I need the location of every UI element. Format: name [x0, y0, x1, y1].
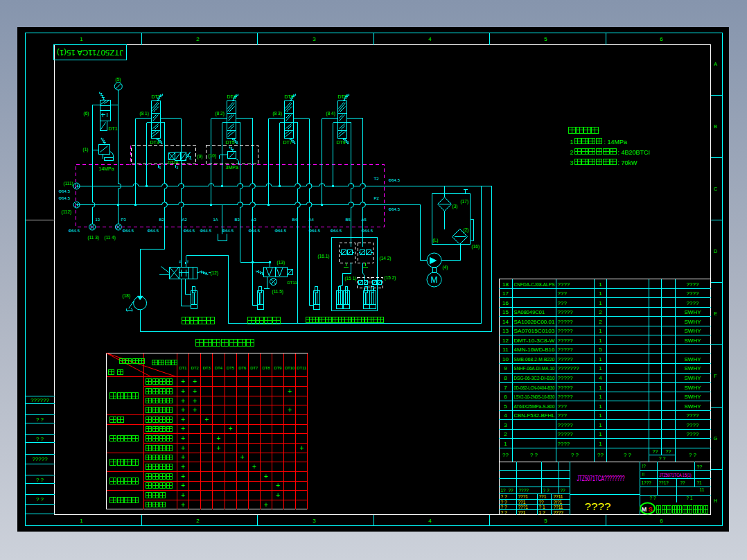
svg-text:A2: A2 [182, 218, 188, 222]
svg-text:(8 2): (8 2) [216, 111, 225, 116]
svg-text:S: S [648, 506, 652, 513]
svg-text:??: ?? [539, 500, 545, 505]
svg-text:+: + [193, 387, 197, 395]
svg-text:1: 1 [599, 412, 602, 419]
svg-text:11: 11 [502, 347, 509, 353]
svg-text:DT1: DT1 [109, 126, 118, 131]
svg-text:+: + [217, 435, 221, 442]
svg-text:??: ?? [509, 488, 514, 493]
svg-text:?????: ????? [558, 319, 574, 325]
svg-text:??1?: ??1? [659, 480, 669, 485]
svg-text:+: + [181, 473, 185, 480]
svg-text:1: 1 [599, 300, 602, 306]
svg-text:DT6: DT6 [238, 366, 246, 370]
svg-text:+: + [193, 378, 197, 385]
svg-text:DT7: DT7 [250, 366, 258, 370]
svg-text:H: H [714, 498, 717, 503]
svg-text:DT1: DT1 [179, 366, 187, 370]
svg-text:???1: ???1 [518, 494, 529, 499]
svg-text:?????: ????? [558, 375, 574, 381]
svg-text:5: 5 [599, 347, 602, 353]
svg-text:(L): (L) [433, 238, 439, 243]
svg-text:? ?: ? ? [650, 496, 656, 500]
svg-text:+: + [264, 473, 268, 480]
svg-text:+: + [181, 453, 185, 461]
svg-text:2: 2 [599, 309, 602, 315]
svg-text:??11: ??11 [554, 505, 563, 509]
svg-text:13: 13 [96, 218, 100, 222]
svg-text:+: + [181, 416, 185, 423]
svg-text:3: 3 [570, 159, 574, 166]
svg-text:Φ64.5: Φ64.5 [200, 229, 212, 233]
svg-text:+: + [193, 397, 197, 405]
svg-text:????: ???? [687, 412, 699, 419]
svg-text:3: 3 [504, 422, 507, 428]
svg-text:?????: ????? [558, 309, 574, 315]
svg-text:18: 18 [502, 281, 509, 288]
svg-text:P: P [179, 260, 182, 264]
svg-text:C: C [714, 186, 717, 191]
svg-text:(12): (12) [211, 270, 219, 276]
svg-text:DT4: DT4 [215, 366, 222, 370]
svg-text:Φ64.5: Φ64.5 [59, 189, 71, 193]
svg-text:10: 10 [502, 356, 509, 362]
svg-text:+: + [264, 501, 268, 509]
svg-text:? ?: ? ? [530, 452, 538, 458]
svg-text:Φ64.5: Φ64.5 [362, 229, 374, 233]
svg-text:+: + [181, 406, 185, 414]
svg-text:DT5: DT5 [226, 140, 235, 145]
svg-text:A3: A3 [252, 218, 257, 222]
svg-text:B: B [714, 124, 717, 129]
svg-text:CNFDA-CJ08-ALPS: CNFDA-CJ08-ALPS [514, 281, 555, 288]
svg-text:??1: ??1 [518, 510, 526, 515]
svg-text:+: + [229, 425, 233, 432]
svg-text::: : [598, 128, 600, 135]
svg-text:+: + [181, 491, 185, 499]
svg-text:(14 2): (14 2) [380, 256, 392, 261]
svg-text:?????: ????? [558, 356, 574, 362]
svg-text:+: + [181, 482, 185, 489]
svg-text:? ?: ? ? [689, 452, 697, 458]
svg-text:1: 1 [599, 441, 602, 447]
svg-text:+: + [276, 482, 280, 489]
svg-text:T2: T2 [374, 177, 380, 181]
svg-text:1: 1 [599, 403, 602, 410]
svg-text:14: 14 [502, 319, 509, 325]
svg-text:9: 9 [504, 365, 507, 371]
svg-text:+: + [288, 387, 292, 395]
svg-text:+: + [299, 444, 304, 452]
svg-text:Φ64.5: Φ64.5 [184, 229, 195, 233]
svg-text:+: + [181, 425, 185, 432]
svg-text:3MPa: 3MPa [226, 165, 238, 170]
svg-text:????: ???? [585, 500, 611, 512]
svg-text:? ?: ? ? [36, 496, 44, 502]
svg-text:? ?: ? ? [624, 452, 632, 458]
svg-text:????: ???? [687, 281, 699, 288]
svg-text:2: 2 [504, 431, 507, 437]
svg-text:2: 2 [599, 319, 602, 325]
svg-text:5: 5 [544, 36, 547, 42]
svg-text:SNHF-06A-DI-MA-10: SNHF-06A-DI-MA-10 [514, 365, 555, 371]
svg-text:JTZ5071TCA????????: JTZ5071TCA???????? [577, 475, 625, 482]
svg-text:SWHY: SWHY [685, 328, 702, 334]
svg-text:SWHY: SWHY [685, 403, 702, 410]
svg-text:+: + [181, 387, 185, 395]
svg-text:SWHY: SWHY [685, 319, 702, 325]
svg-text:? ?: ? ? [36, 477, 44, 483]
svg-text:(6): (6) [84, 111, 89, 116]
svg-text:13: 13 [502, 328, 509, 334]
svg-text:12: 12 [502, 338, 509, 344]
svg-text:6: 6 [660, 36, 663, 42]
svg-text:1: 1 [80, 36, 83, 42]
svg-text:1: 1 [80, 518, 83, 524]
svg-text:?1: ?1 [697, 480, 703, 485]
svg-text:SWHY: SWHY [685, 309, 702, 315]
svg-text:1: 1 [599, 365, 602, 371]
svg-text:Φ64.5: Φ64.5 [331, 229, 342, 233]
svg-text:1 ?: 1 ? [539, 510, 545, 515]
svg-text:!?: !? [642, 464, 647, 469]
svg-text:4: 4 [599, 375, 602, 381]
svg-text:SWHY: SWHY [685, 375, 702, 381]
svg-text:1: 1 [599, 356, 602, 362]
svg-text:4: 4 [504, 412, 507, 419]
